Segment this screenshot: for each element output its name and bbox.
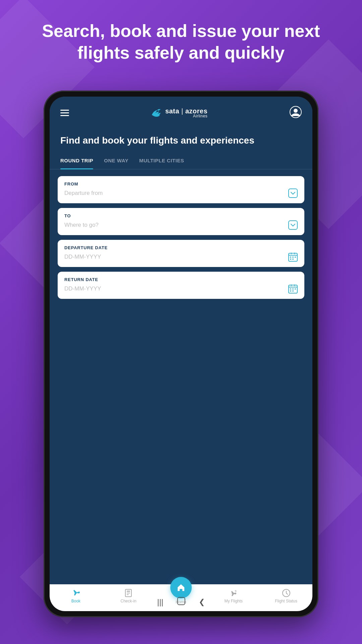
screen-content: sata | azores Airlines Find and book you… <box>50 97 312 611</box>
app-header: sata | azores Airlines <box>50 97 312 126</box>
return-date-label: RETURN DATE <box>64 277 298 282</box>
nav-item-flightstatus[interactable]: Flight Status <box>275 589 298 603</box>
tab-one-way[interactable]: ONE WAY <box>104 152 128 169</box>
hamburger-line-2 <box>60 112 69 113</box>
search-form: FROM Departure from TO Where to go? <box>50 169 312 584</box>
svg-rect-7 <box>290 257 291 258</box>
tab-round-trip[interactable]: ROUND TRIP <box>60 152 93 169</box>
phone-bottom-bar: ||| ❮ <box>157 597 205 607</box>
nav-flightstatus-label: Flight Status <box>275 599 297 603</box>
hamburger-line-1 <box>60 110 69 111</box>
svg-rect-21 <box>127 591 130 592</box>
logo-text-container: sata | azores Airlines <box>165 107 207 118</box>
phone-recent-button[interactable]: ❮ <box>199 598 205 606</box>
svg-rect-13 <box>291 284 292 286</box>
svg-rect-23 <box>127 594 129 595</box>
nav-item-book[interactable]: Book <box>64 589 87 603</box>
svg-rect-16 <box>292 288 294 289</box>
flightstatus-icon <box>282 589 291 597</box>
hamburger-menu-button[interactable] <box>60 110 69 116</box>
from-label: FROM <box>64 181 298 186</box>
to-label: TO <box>64 213 298 218</box>
departure-calendar-icon[interactable] <box>288 252 298 262</box>
svg-rect-5 <box>291 253 292 254</box>
hamburger-line-3 <box>60 115 69 116</box>
svg-rect-25 <box>177 597 185 605</box>
departure-date-label: DEPARTURE DATE <box>64 245 298 250</box>
svg-rect-14 <box>294 284 295 286</box>
user-profile-button[interactable] <box>290 106 302 119</box>
return-date-value: DD-MM-YYYY <box>64 284 298 293</box>
logo-bird-icon <box>151 108 163 117</box>
departure-date-card[interactable]: DEPARTURE DATE DD-MM-YYYY <box>58 240 304 267</box>
svg-point-1 <box>294 109 298 113</box>
from-dropdown-icon[interactable] <box>288 189 298 198</box>
svg-rect-22 <box>127 593 130 593</box>
myflights-icon <box>229 589 238 597</box>
return-date-card[interactable]: RETURN DATE DD-MM-YYYY <box>58 272 304 299</box>
return-calendar-icon[interactable] <box>288 284 298 293</box>
home-button[interactable] <box>170 577 192 598</box>
phone-screen: sata | azores Airlines Find and book you… <box>50 97 312 611</box>
departure-date-placeholder: DD-MM-YYYY <box>64 254 101 260</box>
user-icon <box>290 106 302 118</box>
to-placeholder: Where to go? <box>64 222 99 228</box>
svg-rect-3 <box>289 221 297 229</box>
to-field-card[interactable]: TO Where to go? <box>58 208 304 235</box>
svg-rect-8 <box>292 257 294 258</box>
svg-rect-10 <box>290 259 291 260</box>
svg-rect-18 <box>290 290 291 291</box>
nav-item-checkin[interactable]: Check-in <box>117 589 140 603</box>
logo: sata | azores Airlines <box>151 107 207 118</box>
svg-rect-19 <box>292 290 294 291</box>
departure-date-value: DD-MM-YYYY <box>64 252 298 262</box>
svg-rect-2 <box>289 189 297 198</box>
tab-multiple-cities[interactable]: MULTIPLE CITIES <box>139 152 184 169</box>
from-field-card[interactable]: FROM Departure from <box>58 176 304 203</box>
phone-home-button[interactable] <box>177 597 185 607</box>
hero-title: Search, book and issue your next flights… <box>0 20 362 64</box>
return-date-placeholder: DD-MM-YYYY <box>64 285 101 292</box>
svg-rect-15 <box>290 288 291 289</box>
nav-myflights-label: My Flights <box>224 599 243 603</box>
checkin-icon <box>124 589 133 597</box>
to-value: Where to go? <box>64 220 298 230</box>
plane-icon <box>71 589 80 597</box>
from-value: Departure from <box>64 189 298 198</box>
svg-rect-17 <box>295 288 296 289</box>
app-hero-section: Find and book your flights and experienc… <box>50 126 312 152</box>
nav-item-myflights[interactable]: My Flights <box>222 589 245 603</box>
home-icon <box>176 583 186 592</box>
trip-type-tabs: ROUND TRIP ONE WAY MULTIPLE CITIES <box>50 152 312 169</box>
svg-rect-9 <box>295 257 296 258</box>
phone-frame: sata | azores Airlines Find and book you… <box>44 91 318 617</box>
svg-rect-6 <box>294 253 295 254</box>
to-dropdown-icon[interactable] <box>288 220 298 230</box>
phone-back-button[interactable]: ||| <box>157 597 164 607</box>
nav-checkin-label: Check-in <box>121 599 136 603</box>
from-placeholder: Departure from <box>64 190 103 197</box>
svg-rect-11 <box>292 259 294 260</box>
app-hero-title: Find and book your flights and experienc… <box>60 134 302 147</box>
nav-book-label: Book <box>71 599 80 603</box>
